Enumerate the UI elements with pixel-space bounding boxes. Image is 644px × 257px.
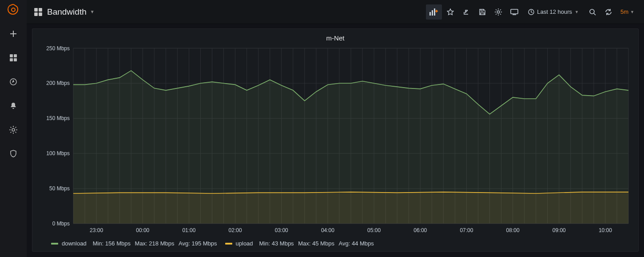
settings-button[interactable] [491,4,506,20]
legend: download Min: 156 Mbps Max: 218 Mbps Avg… [38,237,633,247]
svg-text:07:00: 07:00 [460,227,473,233]
chevron-down-icon: ▼ [630,10,634,14]
svg-text:03:00: 03:00 [275,227,288,233]
svg-rect-7 [34,8,38,12]
grafana-logo[interactable] [6,3,21,18]
chevron-down-icon: ▼ [575,10,579,14]
svg-text:0 Mbps: 0 Mbps [52,221,70,227]
legend-swatch [225,243,232,245]
svg-text:05:00: 05:00 [367,227,381,233]
svg-text:250 Mbps: 250 Mbps [46,45,70,51]
save-button[interactable] [475,4,490,20]
svg-rect-1 [10,54,13,57]
svg-text:06:00: 06:00 [413,227,427,233]
legend-name: download [62,240,87,247]
svg-point-14 [497,11,500,13]
svg-text:00:00: 00:00 [136,227,149,233]
svg-text:02:00: 02:00 [229,227,242,233]
shield-icon[interactable] [0,146,27,162]
config-gear-icon[interactable] [0,122,27,138]
svg-rect-10 [39,12,42,16]
chevron-down-icon[interactable]: ▼ [90,9,95,14]
panel-m-net: m-Net 0 Mbps50 Mbps100 Mbps150 Mbps200 M… [32,28,639,252]
time-range-label: Last 12 hours [537,8,572,15]
toolbar: Last 12 hours ▼ 5m ▼ [425,4,638,20]
svg-rect-8 [39,8,42,12]
svg-text:23:00: 23:00 [90,227,103,233]
svg-rect-9 [34,12,38,16]
panel-title[interactable]: m-Net [38,34,633,42]
refresh-button[interactable] [601,4,616,20]
svg-rect-12 [432,10,433,16]
svg-rect-13 [434,8,435,16]
legend-stats: Min: 156 Mbps Max: 218 Mbps Avg: 195 Mbp… [90,240,217,247]
topbar: Bandwidth ▼ Last 12 hours ▼ 5m [27,0,644,24]
refresh-interval-button[interactable]: 5m ▼ [617,4,638,20]
share-button[interactable] [459,4,474,20]
explore-icon[interactable] [0,74,27,90]
dashboard-title[interactable]: Bandwidth [47,7,87,17]
legend-name: upload [236,240,253,247]
time-range-button[interactable]: Last 12 hours ▼ [523,4,584,20]
dashboard-grid-icon[interactable] [34,8,43,16]
svg-rect-3 [10,58,13,61]
svg-rect-15 [511,9,518,14]
plus-icon[interactable] [0,26,27,42]
svg-text:08:00: 08:00 [506,227,520,233]
legend-stats: Min: 43 Mbps Max: 45 Mbps Avg: 44 Mbps [257,240,374,247]
star-button[interactable] [443,4,458,20]
svg-text:50 Mbps: 50 Mbps [49,185,70,192]
svg-text:200 Mbps: 200 Mbps [46,80,70,86]
dashboards-icon[interactable] [0,50,27,66]
svg-text:01:00: 01:00 [182,227,195,233]
svg-rect-11 [429,12,431,16]
legend-entry-download[interactable]: download Min: 156 Mbps Max: 218 Mbps Avg… [51,240,217,247]
cycle-view-button[interactable] [507,4,522,20]
alerting-bell-icon[interactable] [0,98,27,114]
svg-rect-4 [14,58,17,61]
svg-rect-2 [14,54,17,57]
svg-text:100 Mbps: 100 Mbps [46,150,70,157]
sidebar [0,0,27,257]
legend-entry-upload[interactable]: upload Min: 43 Mbps Max: 45 Mbps Avg: 44… [225,240,374,247]
svg-text:150 Mbps: 150 Mbps [46,115,70,121]
svg-point-6 [12,128,15,131]
svg-point-17 [590,9,594,14]
svg-text:09:00: 09:00 [553,227,566,233]
chart[interactable]: 0 Mbps50 Mbps100 Mbps150 Mbps200 Mbps250… [38,44,633,237]
legend-swatch [51,243,58,245]
add-panel-button[interactable] [426,4,442,20]
svg-point-0 [12,8,15,12]
svg-text:04:00: 04:00 [321,227,334,233]
refresh-interval-label: 5m [620,8,628,15]
svg-text:10:00: 10:00 [599,227,612,233]
zoom-out-button[interactable] [585,4,600,20]
